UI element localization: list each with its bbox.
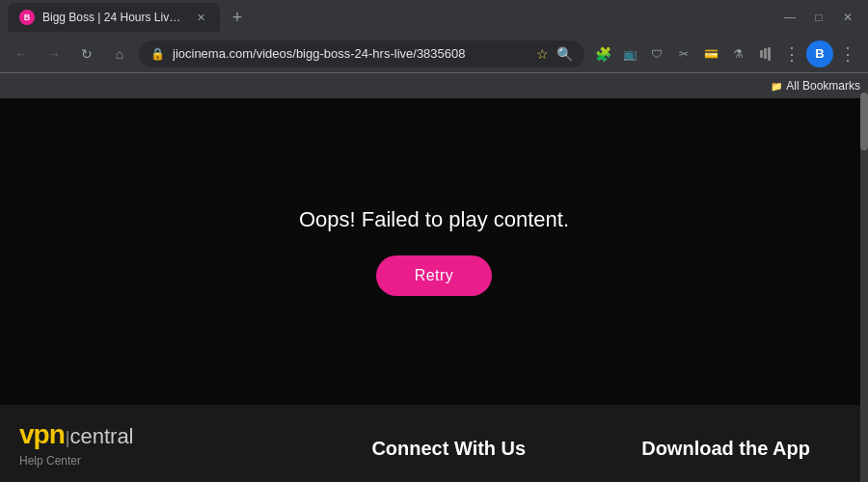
tab-title: Bigg Boss | 24 Hours Live | Unc... [42,11,185,24]
help-center-link[interactable]: Help Center [19,454,134,468]
scrollbar[interactable] [860,93,868,482]
bookmark-folder-icon: 📁 [771,81,782,92]
home-button[interactable]: ⌂ [106,40,133,67]
bookmarks-label: 📁 All Bookmarks [771,79,860,93]
footer-download-section: Download the App [641,438,810,460]
footer-logo: vpn | central Help Center [19,419,134,468]
new-tab-button[interactable]: + [224,4,251,31]
browser-tab[interactable]: B Bigg Boss | 24 Hours Live | Unc... ✕ [8,3,220,32]
vpn-bars [760,47,771,61]
title-bar: B Bigg Boss | 24 Hours Live | Unc... ✕ +… [0,0,868,35]
browser-frame: B Bigg Boss | 24 Hours Live | Unc... ✕ +… [0,0,868,482]
maximize-button[interactable]: □ [806,5,831,30]
footer-connect-section: Connect With Us [371,438,526,460]
central-text: central [69,424,133,449]
address-bar[interactable]: 🔒 jiocinema.com/videos/bigg-boss-24-hrs-… [139,40,584,67]
search-labs-icon[interactable]: ⚗ [725,41,750,67]
forward-button[interactable]: → [41,40,68,67]
download-the-app-heading: Download the App [641,438,810,460]
minimize-button[interactable]: — [777,5,802,30]
extensions-puzzle-icon[interactable]: 🧩 [590,41,615,67]
error-message: Oops! Failed to play content. [299,207,569,232]
refresh-button[interactable]: ↻ [73,40,100,67]
window-controls: — □ ✕ [777,5,860,30]
profile-button[interactable]: B [806,40,833,67]
video-player: Oops! Failed to play content. Retry [0,98,868,405]
scrollbar-thumb[interactable] [860,93,868,150]
toolbar: ← → ↻ ⌂ 🔒 jiocinema.com/videos/bigg-boss… [0,35,868,73]
back-button[interactable]: ← [8,40,35,67]
vpn-logo: vpn | central [19,419,134,450]
cast-icon[interactable]: 📺 [617,41,642,67]
vpn-icon[interactable] [752,41,777,67]
footer-nav: Connect With Us Download the App [371,428,810,460]
more-options-icon[interactable]: ⋮ [779,41,804,67]
retry-button[interactable]: Retry [376,255,493,296]
menu-button[interactable]: ⋮ [835,41,860,67]
close-button[interactable]: ✕ [835,5,860,30]
tab-close-button[interactable]: ✕ [193,10,208,25]
tab-favicon: B [19,10,35,25]
shield-icon[interactable]: 🛡 [644,41,669,67]
page-content: Oops! Failed to play content. Retry vpn … [0,98,868,482]
lens-icon[interactable]: 🔍 [556,46,573,62]
footer: vpn | central Help Center Connect With U… [0,405,868,482]
bookmark-star-icon[interactable]: ☆ [536,46,549,62]
connect-with-us-heading: Connect With Us [371,438,526,460]
lock-icon: 🔒 [150,47,165,61]
wallet-icon[interactable]: 💳 [698,41,723,67]
vpn-text: vpn [19,419,65,450]
address-text: jiocinema.com/videos/bigg-boss-24-hrs-li… [173,46,529,61]
screenshot-icon[interactable]: ✂ [671,41,696,67]
bookmarks-bar: 📁 All Bookmarks [0,73,868,98]
toolbar-icons: 🧩 📺 🛡 ✂ 💳 ⚗ ⋮ B ⋮ [590,40,860,67]
